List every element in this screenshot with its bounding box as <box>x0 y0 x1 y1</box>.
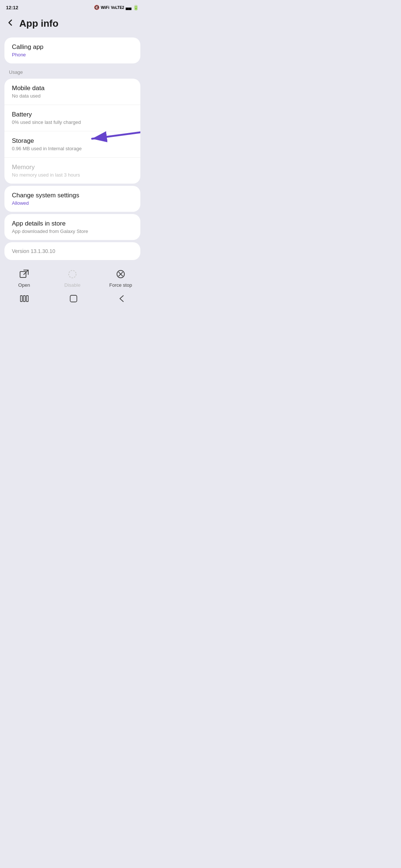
svg-rect-9 <box>70 295 77 302</box>
calling-app-item[interactable]: Calling app Phone <box>4 37 140 63</box>
change-system-settings-item[interactable]: Change system settings Allowed <box>4 186 140 212</box>
status-icons: 🔇 WiFi VoLTE2 ▄▄ 🔋 <box>94 5 139 10</box>
force-stop-label: Force stop <box>109 282 132 288</box>
storage-subtitle: 0.96 MB used in Internal storage <box>12 146 133 151</box>
memory-subtitle: No memory used in last 3 hours <box>12 172 133 178</box>
nav-bar <box>0 291 145 310</box>
change-system-settings-card: Change system settings Allowed <box>4 186 140 212</box>
svg-rect-6 <box>20 296 22 302</box>
svg-rect-7 <box>23 296 25 302</box>
back-button[interactable] <box>6 18 15 29</box>
memory-title: Memory <box>12 164 133 171</box>
open-button[interactable]: Open <box>0 269 48 288</box>
lte-icon: VoLTE2 <box>111 6 124 10</box>
disable-icon <box>67 269 78 281</box>
calling-app-card: Calling app Phone <box>4 37 140 63</box>
signal-icon: ▄▄ <box>125 5 131 10</box>
open-icon <box>19 269 29 281</box>
wifi-icon: WiFi <box>101 5 110 10</box>
disable-label: Disable <box>64 282 80 288</box>
mute-icon: 🔇 <box>94 5 100 10</box>
app-details-subtitle: App downloaded from Galaxy Store <box>12 228 133 234</box>
storage-item[interactable]: Storage 0.96 MB used in Internal storage <box>4 131 140 158</box>
page-title: App info <box>19 18 58 29</box>
force-stop-button[interactable]: Force stop <box>97 269 145 288</box>
svg-point-2 <box>69 270 76 278</box>
battery-subtitle: 0% used since last fully charged <box>12 119 133 125</box>
usage-card: Mobile data No data used Battery 0% used… <box>4 79 140 184</box>
open-label: Open <box>18 282 30 288</box>
time-display: 12:12 <box>6 5 18 10</box>
battery-item[interactable]: Battery 0% used since last fully charged <box>4 105 140 131</box>
usage-section-label: Usage <box>0 66 145 76</box>
recent-apps-button[interactable] <box>20 295 29 304</box>
calling-app-value: Phone <box>12 52 133 57</box>
app-details-title: App details in store <box>12 220 133 227</box>
calling-app-label: Calling app <box>12 43 133 51</box>
status-bar: 12:12 🔇 WiFi VoLTE2 ▄▄ 🔋 <box>0 0 145 13</box>
mobile-data-item[interactable]: Mobile data No data used <box>4 79 140 105</box>
version-card: Version 13.1.30.10 <box>4 242 140 260</box>
app-details-item[interactable]: App details in store App downloaded from… <box>4 214 140 240</box>
battery-icon: 🔋 <box>133 5 139 10</box>
memory-item[interactable]: Memory No memory used in last 3 hours <box>4 158 140 184</box>
app-header: App info <box>0 13 145 35</box>
change-system-settings-value: Allowed <box>12 200 133 206</box>
disable-button: Disable <box>48 269 97 288</box>
svg-rect-1 <box>20 272 26 277</box>
version-text: Version 13.1.30.10 <box>12 248 133 254</box>
mobile-data-subtitle: No data used <box>12 93 133 99</box>
app-details-card: App details in store App downloaded from… <box>4 214 140 240</box>
home-button[interactable] <box>69 295 78 305</box>
battery-title: Battery <box>12 111 133 118</box>
svg-rect-8 <box>26 296 28 302</box>
change-system-settings-title: Change system settings <box>12 192 133 199</box>
storage-title: Storage <box>12 137 133 145</box>
mobile-data-title: Mobile data <box>12 85 133 92</box>
force-stop-icon <box>115 269 126 281</box>
bottom-action-bar: Open Disable Force stop <box>0 264 145 291</box>
back-nav-button[interactable] <box>118 295 125 305</box>
